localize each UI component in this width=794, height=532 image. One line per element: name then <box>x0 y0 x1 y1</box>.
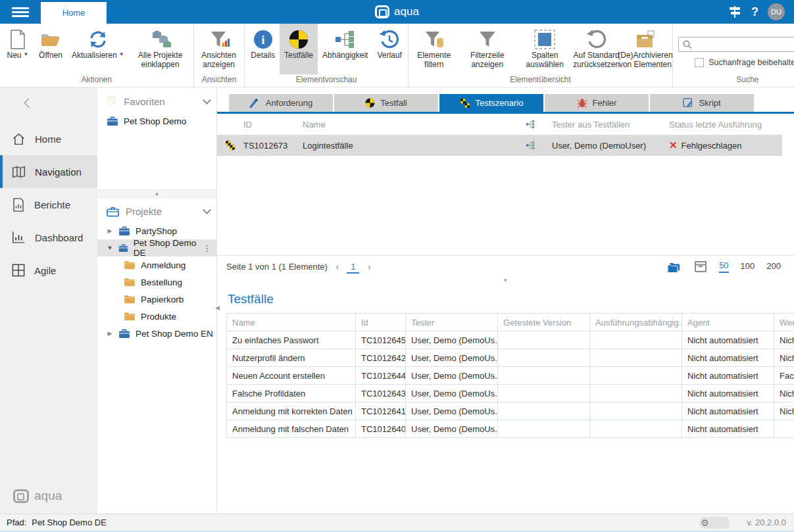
dropdown-arrow-icon: ▼ <box>119 51 124 57</box>
auf-standard-zuruecksetzen-button[interactable]: Auf Standard zurücksetzen <box>574 24 620 74</box>
tab-skript[interactable]: Skript <box>650 94 754 112</box>
new-file-icon <box>9 28 26 51</box>
element-tabs: Anforderung Testfall Testszenario Fehler <box>217 87 794 112</box>
user-avatar[interactable]: DU <box>768 3 785 20</box>
details-button[interactable]: i Details <box>246 24 280 74</box>
help-icon[interactable]: ? <box>751 5 758 19</box>
folder-icon <box>124 260 136 270</box>
col-dependency[interactable]: Ausführungsabhängig... <box>590 314 682 331</box>
status-bar: Pfad: Pet Shop Demo DE ⚙ v. 20.2.0.0 <box>0 514 794 531</box>
prev-page-icon[interactable]: ‹ <box>333 261 341 273</box>
testcase-id-link[interactable]: TC1012645 <box>356 331 406 349</box>
tree-item-papierkorb[interactable]: Papierkorb <box>97 291 216 308</box>
col-name[interactable]: Name <box>303 120 509 130</box>
archive-small-icon[interactable] <box>694 260 707 273</box>
col-agent[interactable]: Agent <box>682 314 774 331</box>
sidebar-item-dashboard[interactable]: Dashboard <box>0 221 97 254</box>
tab-testszenario[interactable]: Testszenario <box>439 94 543 112</box>
horizontal-splitter[interactable]: ▼ <box>217 278 794 285</box>
tab-anforderung[interactable]: Anforderung <box>229 94 333 112</box>
sidebar-item-agile[interactable]: Agile <box>0 254 97 287</box>
settings-toggle[interactable]: ⚙ <box>699 517 730 529</box>
page-number[interactable]: 1 <box>347 260 359 274</box>
tree-item-partyshop[interactable]: ▶ PartyShop <box>97 222 216 239</box>
tree-item-anmeldung[interactable]: Anmeldung <box>97 256 216 274</box>
expander-collapsed-icon[interactable]: ▶ <box>107 330 113 337</box>
hamburger-menu-icon[interactable] <box>0 0 41 24</box>
testcase-id-link[interactable]: TC1012642 <box>356 349 406 367</box>
tab-testfall[interactable]: Testfall <box>334 94 438 112</box>
crash-test-icon <box>365 98 375 108</box>
copy-folders-icon[interactable] <box>666 260 682 274</box>
sidebar-item-navigation[interactable]: Navigation <box>0 155 97 188</box>
expander-expanded-icon[interactable]: ▼ <box>107 245 113 251</box>
sidebar-item-berichte[interactable]: Berichte <box>0 188 97 221</box>
search-input[interactable] <box>695 40 794 49</box>
kebab-menu-icon[interactable]: ⋮ <box>203 243 211 253</box>
search-box[interactable]: ▼ <box>678 37 794 52</box>
tree-item-pet-shop-demo-en[interactable]: ▶ Pet Shop Demo EN <box>97 325 216 342</box>
page-size-200[interactable]: 200 <box>766 261 781 272</box>
verlauf-button[interactable]: Verlauf <box>372 24 406 74</box>
col-id[interactable]: ID <box>243 120 303 130</box>
chevron-down-icon[interactable] <box>203 206 211 214</box>
oeffnen-button[interactable]: Öffnen <box>34 24 67 74</box>
table-row[interactable]: Nutzerprofil ändernTC1012642User, Demo (… <box>227 349 794 367</box>
neu-button[interactable]: Neu▼ <box>1 24 34 74</box>
col-name[interactable]: Name <box>227 314 356 331</box>
table-row[interactable]: Falsche ProfildatenTC1012643User, Demo (… <box>227 385 794 402</box>
testcase-id-link[interactable]: TC1012641 <box>356 402 406 420</box>
col-tester[interactable]: Tester aus Testfällen <box>552 120 669 130</box>
next-page-icon[interactable]: › <box>364 261 373 273</box>
testcase-id-link[interactable]: TC1012640 <box>356 420 406 438</box>
group-label-elementvorschau: Elementvorschau <box>246 74 406 87</box>
col-version[interactable]: Getestete Version <box>498 314 590 331</box>
table-row[interactable]: Anmeldung mit falschen DatenTC1012640Use… <box>227 420 794 438</box>
aqua-app-window: Home aqua ? DU Neu▼ <box>0 0 794 532</box>
favorite-item-pet-shop-demo[interactable]: Pet Shop Demo <box>97 112 216 130</box>
keep-search-checkbox[interactable] <box>695 58 704 67</box>
collapse-projects-icon <box>149 28 172 51</box>
ansichten-anzeigen-button[interactable]: Ansichten anzeigen <box>195 24 243 74</box>
scenario-row[interactable]: TS1012673 Logintestfälle User, Demo (Dem… <box>217 135 782 156</box>
tree-item-produkte[interactable]: Produkte <box>97 308 216 325</box>
tree-item-bestellung[interactable]: Bestellung <box>97 274 216 291</box>
folder-icon <box>124 312 136 321</box>
table-row[interactable]: Zu einfaches PasswortTC1012645User, Demo… <box>227 331 794 349</box>
sidebar-collapse-icon[interactable] <box>24 98 34 109</box>
elemente-filtern-button[interactable]: Elemente filtern <box>410 24 459 74</box>
col-tester[interactable]: Tester <box>406 314 498 331</box>
aqua-logo-icon <box>375 5 389 18</box>
expander-collapsed-icon[interactable]: ▶ <box>107 228 113 234</box>
col-status[interactable]: Status letzte Ausführung <box>669 120 782 130</box>
alle-projekte-einklappen-button[interactable]: Alle Projekte einklappen <box>129 24 192 74</box>
col-id[interactable]: Id <box>356 314 406 331</box>
filter-row-icon <box>478 28 497 51</box>
tab-home[interactable]: Home <box>41 2 107 24</box>
testfaelle-button[interactable]: Testfälle <box>280 24 318 74</box>
chevron-down-icon[interactable] <box>203 96 211 105</box>
svg-text:i: i <box>261 33 264 47</box>
tab-fehler[interactable]: Fehler <box>545 94 649 112</box>
sidebar-item-home[interactable]: Home <box>0 122 97 155</box>
pagination-info: Seite 1 von 1 (1 Elemente) <box>226 262 328 272</box>
bar-chart-icon <box>12 231 26 244</box>
page-size-100[interactable]: 100 <box>741 261 755 272</box>
de-archivieren-button[interactable]: (De)Archivieren von Elementen <box>620 24 672 74</box>
abhaengigkeit-button[interactable]: Abhängigkeit <box>318 24 372 74</box>
table-row[interactable]: Anmeldung mit korrekten DatenTC1012641Us… <box>227 402 794 420</box>
tree-item-pet-shop-demo-de[interactable]: ▼ Pet Shop Demo DE ⋮ <box>97 239 216 256</box>
favorites-title: Favoriten <box>124 96 165 107</box>
spalten-auswaehlen-button[interactable]: Spalten auswählen <box>516 24 574 74</box>
testcase-id-link[interactable]: TC1012643 <box>356 385 406 402</box>
vertical-splitter-handle[interactable]: ◀ <box>215 304 220 311</box>
signpost-icon[interactable] <box>728 5 742 18</box>
col-wer[interactable]: Wer <box>774 314 794 331</box>
top-bar: Home aqua ? DU <box>0 0 794 24</box>
testcase-id-link[interactable]: TC1012644 <box>356 367 406 385</box>
horizontal-splitter[interactable]: ▲ <box>97 189 216 198</box>
filterzeile-anzeigen-button[interactable]: Filterzeile anzeigen <box>459 24 516 74</box>
aktualisieren-button[interactable]: Aktualisieren▼ <box>67 24 129 74</box>
page-size-50[interactable]: 50 <box>719 260 728 273</box>
table-row[interactable]: Neuen Account erstellenTC1012644User, De… <box>227 367 794 385</box>
